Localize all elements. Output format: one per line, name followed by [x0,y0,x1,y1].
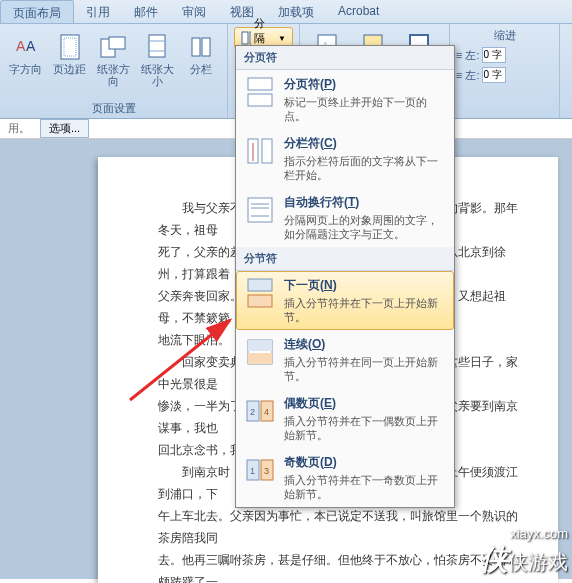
svg-rect-6 [149,35,165,57]
svg-text:A: A [26,38,36,54]
svg-text:2: 2 [250,407,255,417]
group-label-page-setup: 页面设置 [0,101,227,116]
dropdown-section-section-breaks: 分节符 [236,247,454,271]
tab-references[interactable]: 引用 [74,0,122,23]
svg-text:3: 3 [264,466,269,476]
watermark: xiayx.com 侠侠游戏 [480,526,568,579]
svg-rect-29 [248,353,272,364]
svg-rect-25 [248,279,272,291]
svg-rect-18 [248,94,272,106]
margins-button[interactable]: 页边距 [50,28,90,90]
dd-page-break[interactable]: 分页符(P)标记一页终止并开始下一页的点。 [236,70,454,129]
options-button[interactable]: 选项... [40,119,89,138]
svg-rect-26 [248,295,272,307]
indent-left-icon: ≡ [456,49,462,61]
tab-page-layout[interactable]: 页面布局 [0,0,74,23]
svg-rect-28 [248,340,272,351]
indent-group-label: 缩进 [456,28,553,43]
breaks-icon [241,31,251,45]
svg-rect-10 [202,38,210,56]
svg-rect-12 [250,32,251,44]
svg-text:1: 1 [250,466,255,476]
dd-even-page[interactable]: 24 偶数页(E)插入分节符并在下一偶数页上开始新节。 [236,389,454,448]
paper-size-button[interactable]: 纸张大小 [137,28,177,90]
svg-rect-9 [192,38,200,56]
indent-right-input[interactable] [482,67,506,83]
svg-text:4: 4 [264,407,269,417]
tab-acrobat[interactable]: Acrobat [326,0,391,23]
tab-review[interactable]: 审阅 [170,0,218,23]
indent-right-icon: ≡ [456,69,462,81]
svg-rect-17 [248,78,272,90]
dd-odd-page[interactable]: 13 奇数页(D)插入分节符并在下一奇数页上开始新节。 [236,448,454,507]
tab-mail[interactable]: 邮件 [122,0,170,23]
dd-column-break[interactable]: 分栏符(C)指示分栏符后面的文字将从下一栏开始。 [236,129,454,188]
dd-continuous[interactable]: 连续(O)插入分节符并在同一页上开始新节。 [236,330,454,389]
text-direction-button[interactable]: AA字方向 [6,28,46,90]
ribbon-tabs: 页面布局 引用 邮件 审阅 视图 加载项 Acrobat [0,0,572,24]
dd-text-wrap-break[interactable]: 自动换行符(T)分隔网页上的对象周围的文字，如分隔题注文字与正文。 [236,188,454,247]
chevron-down-icon: ▼ [278,34,286,43]
indent-left-input[interactable] [482,47,506,63]
svg-rect-20 [262,139,272,163]
breaks-dropdown: 分页符 分页符(P)标记一页终止并开始下一页的点。 分栏符(C)指示分栏符后面的… [235,45,455,508]
columns-button[interactable]: 分栏 [181,28,221,90]
svg-text:A: A [16,38,26,54]
svg-rect-5 [109,37,125,49]
orientation-button[interactable]: 纸张方向 [94,28,134,90]
svg-rect-21 [248,198,272,222]
svg-rect-11 [242,32,248,44]
dropdown-section-page-breaks: 分页符 [236,46,454,70]
dd-next-page[interactable]: 下一页(N)插入分节符并在下一页上开始新节。 [236,271,454,330]
